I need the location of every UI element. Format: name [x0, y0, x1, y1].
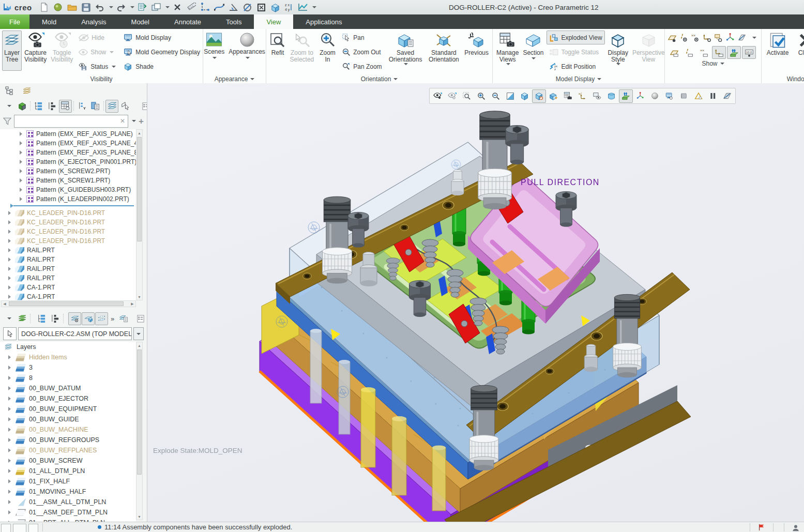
- expand-arrow-icon[interactable]: [20, 197, 24, 201]
- gt-shade-icon[interactable]: [604, 89, 618, 103]
- layers-collapse-all-icon[interactable]: [49, 312, 62, 325]
- coordinate-values-icon[interactable]: z x4 y: [282, 1, 296, 13]
- model-tree-row[interactable]: KC_LEADER_PIN-D16.PRT: [0, 218, 136, 227]
- zoom-in-button[interactable]: Zoom In: [317, 31, 338, 71]
- expand-arrow-icon[interactable]: [8, 407, 12, 411]
- gt-zoom-out-icon[interactable]: [489, 89, 503, 103]
- expand-arrow-icon[interactable]: [8, 510, 12, 514]
- point-display-icon[interactable]: ××: [690, 31, 701, 44]
- active-model-icon[interactable]: [16, 100, 28, 113]
- perspective-view-button[interactable]: Perspective View: [631, 31, 665, 71]
- tree-filter-icon[interactable]: [75, 100, 88, 113]
- expand-arrow-icon[interactable]: [8, 285, 12, 290]
- layer-row[interactable]: 00_BUW_DATUM: [0, 383, 136, 393]
- pan-zoom-button[interactable]: Pan Zoom: [340, 59, 384, 73]
- gt-saved-orientations-icon[interactable]: [532, 89, 546, 103]
- expand-arrow-icon[interactable]: [8, 267, 12, 271]
- scenes-button[interactable]: Scenes: [203, 31, 226, 71]
- close-window-icon[interactable]: [171, 1, 185, 13]
- gt-display-style-icon[interactable]: [518, 89, 532, 103]
- previous-button[interactable]: Previous: [463, 31, 490, 71]
- scroll-left-arrow[interactable]: ◀: [2, 301, 8, 307]
- new-icon[interactable]: [37, 1, 51, 13]
- gt-annotation-display-icon[interactable]: [590, 89, 604, 103]
- spin-center-display-icon[interactable]: [725, 31, 736, 44]
- layer-row[interactable]: 3: [0, 362, 136, 373]
- scroll-up-arrow[interactable]: ▲: [136, 130, 142, 136]
- expand-arrow-icon[interactable]: [8, 366, 12, 370]
- gt-exploded-view-icon[interactable]: [619, 89, 633, 103]
- layer-row[interactable]: 01__ASM_ALL_DTM_PLN: [0, 497, 136, 507]
- expand-arrow-icon[interactable]: [8, 230, 12, 234]
- gt-spin-center-icon[interactable]: [633, 89, 647, 103]
- axis-display-icon[interactable]: [679, 31, 690, 44]
- model-tree-tab-icon[interactable]: [5, 86, 14, 96]
- model-tree-row[interactable]: Pattern (K_SCREW1.PRT): [0, 176, 136, 185]
- expand-arrow-icon[interactable]: [20, 188, 24, 192]
- scroll-up-arrow[interactable]: ▲: [136, 342, 142, 348]
- expand-arrow-icon[interactable]: [8, 248, 12, 252]
- expand-arrow-icon[interactable]: [8, 428, 12, 432]
- model-cube-icon[interactable]: [268, 1, 282, 13]
- tab-annotate[interactable]: Annotate: [162, 14, 214, 29]
- appearances-button[interactable]: Appearances: [227, 31, 266, 71]
- expand-arrow-icon[interactable]: [8, 469, 12, 473]
- layer-row[interactable]: 01_ALL_DTM_PLN: [0, 466, 136, 476]
- standard-orientation-button[interactable]: Standard Orientation: [426, 31, 462, 71]
- model-tree-row[interactable]: KC_LEADER_PIN-D16.PRT: [0, 227, 136, 236]
- measure-icon[interactable]: [185, 1, 199, 13]
- window-switch-icon[interactable]: [149, 1, 163, 13]
- point-select-icon[interactable]: ××: [697, 46, 711, 59]
- graphics-area[interactable]: PULL DIRECTION Explode State:MOLD_OPEN ×…: [147, 83, 804, 522]
- expand-arrow-icon[interactable]: [8, 257, 12, 262]
- layers-expand-all-icon[interactable]: [35, 312, 48, 325]
- plane-display-icon[interactable]: [667, 31, 678, 44]
- edit-position-button[interactable]: yxzEdit Position: [547, 59, 604, 73]
- combo-dropdown-arrow[interactable]: [133, 327, 144, 340]
- clear-search-icon[interactable]: ✕: [120, 118, 125, 124]
- exploded-view-button[interactable]: Exploded View: [547, 31, 604, 44]
- settings-list-icon[interactable]: [140, 100, 147, 113]
- expand-arrow-icon[interactable]: [20, 169, 24, 173]
- saved-orientations-button[interactable]: Saved Orientations: [386, 31, 425, 71]
- tree-list-icon[interactable]: [89, 100, 102, 113]
- gt-simulate-icon[interactable]: [691, 89, 705, 103]
- open-icon[interactable]: [65, 1, 79, 13]
- annotation-display-icon[interactable]: [714, 31, 724, 44]
- hide-button[interactable]: Hide: [76, 31, 118, 44]
- toggle-visibility-button[interactable]: Toggle Visibility: [49, 31, 74, 71]
- gt-toggle-visibility-icon[interactable]: [445, 89, 459, 103]
- scroll-thumb[interactable]: [137, 349, 142, 475]
- scroll-right-arrow[interactable]: ▶: [129, 301, 135, 307]
- scroll-thumb[interactable]: [137, 137, 142, 241]
- dimension-display-icon[interactable]: 10.0: [742, 46, 756, 59]
- tab-view[interactable]: View: [254, 14, 293, 29]
- status-widget-icon[interactable]: [13, 524, 26, 532]
- status-widget-icon[interactable]: [28, 524, 38, 532]
- status-button[interactable]: Status: [76, 59, 118, 73]
- search-options-caret[interactable]: [132, 120, 136, 122]
- hscroll-thumb[interactable]: [9, 301, 124, 306]
- layers-settings-icon[interactable]: [134, 312, 147, 325]
- shade-button[interactable]: Shade: [120, 59, 203, 73]
- expand-arrow-icon[interactable]: [20, 160, 24, 164]
- translate-handles-icon[interactable]: [727, 46, 741, 59]
- gt-datum-display-icon[interactable]: ×/: [575, 89, 589, 103]
- status-widget-icon[interactable]: [1, 524, 11, 532]
- model-tree-row[interactable]: [0, 204, 136, 208]
- flag-icon[interactable]: [757, 524, 766, 531]
- expand-arrow-icon[interactable]: [8, 500, 12, 504]
- expand-arrow-icon[interactable]: [20, 141, 24, 145]
- tab-file[interactable]: File: [0, 14, 29, 29]
- expand-arrow-icon[interactable]: [8, 386, 12, 390]
- gt-view-normal-icon[interactable]: [547, 89, 560, 103]
- expand-arrow-icon[interactable]: [8, 295, 12, 299]
- model-tree-row[interactable]: Pattern (EMX_REF_AXIS_PLANE_4): [0, 139, 136, 148]
- diameter-icon[interactable]: [240, 1, 254, 13]
- model-tree-row[interactable]: Pattern (EMX_REF_AXIS_PLANE_8): [0, 148, 136, 157]
- section-plane-display-icon[interactable]: [737, 31, 748, 44]
- layer-row[interactable]: 8: [0, 373, 136, 383]
- tab-applications[interactable]: Applications: [293, 14, 354, 29]
- layer-item-icon[interactable]: [82, 312, 95, 325]
- layers-mode-icon[interactable]: [16, 312, 28, 325]
